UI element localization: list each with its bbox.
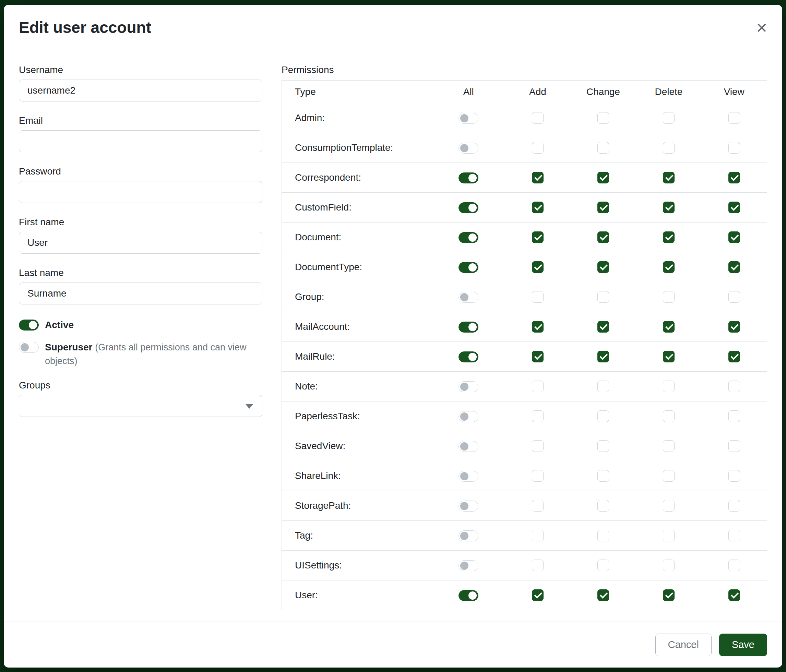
last-name-input[interactable] bbox=[19, 283, 263, 305]
permission-cell-delete bbox=[636, 402, 701, 431]
permission-add-checkbox[interactable] bbox=[532, 589, 544, 601]
permission-delete-checkbox[interactable] bbox=[663, 291, 674, 303]
permission-view-checkbox[interactable] bbox=[728, 202, 740, 213]
permission-delete-checkbox[interactable] bbox=[663, 530, 674, 542]
first-name-input[interactable] bbox=[19, 232, 263, 254]
cancel-button[interactable]: Cancel bbox=[656, 634, 712, 656]
permission-all-toggle[interactable] bbox=[459, 232, 478, 243]
permission-add-checkbox[interactable] bbox=[532, 321, 544, 333]
permission-change-checkbox[interactable] bbox=[597, 321, 609, 333]
permission-view-checkbox[interactable] bbox=[728, 291, 740, 303]
permission-view-checkbox[interactable] bbox=[728, 321, 740, 333]
permission-delete-checkbox[interactable] bbox=[663, 381, 674, 392]
permission-delete-checkbox[interactable] bbox=[663, 202, 674, 213]
permission-add-checkbox[interactable] bbox=[532, 261, 544, 273]
close-icon[interactable]: × bbox=[756, 18, 767, 37]
permission-view-checkbox[interactable] bbox=[728, 142, 740, 154]
permission-change-checkbox[interactable] bbox=[597, 261, 609, 273]
permission-delete-checkbox[interactable] bbox=[663, 559, 674, 571]
permission-all-toggle[interactable] bbox=[459, 262, 478, 273]
permission-add-checkbox[interactable] bbox=[532, 291, 544, 303]
permission-all-toggle[interactable] bbox=[459, 381, 478, 392]
permission-all-toggle[interactable] bbox=[459, 411, 478, 422]
permission-add-checkbox[interactable] bbox=[532, 470, 544, 482]
permission-view-checkbox[interactable] bbox=[728, 500, 740, 512]
permission-change-checkbox[interactable] bbox=[597, 351, 609, 363]
permission-all-toggle[interactable] bbox=[459, 202, 478, 213]
permission-all-toggle[interactable] bbox=[459, 292, 478, 303]
permission-delete-checkbox[interactable] bbox=[663, 321, 674, 333]
permission-change-checkbox[interactable] bbox=[597, 559, 609, 571]
groups-select[interactable] bbox=[19, 395, 263, 417]
permission-delete-checkbox[interactable] bbox=[663, 231, 674, 243]
permission-change-checkbox[interactable] bbox=[597, 142, 609, 154]
permission-view-checkbox[interactable] bbox=[728, 112, 740, 124]
permission-change-checkbox[interactable] bbox=[597, 440, 609, 452]
permission-change-checkbox[interactable] bbox=[597, 112, 609, 124]
permission-delete-checkbox[interactable] bbox=[663, 172, 674, 184]
permission-add-checkbox[interactable] bbox=[532, 142, 544, 154]
permission-change-checkbox[interactable] bbox=[597, 231, 609, 243]
permission-add-checkbox[interactable] bbox=[532, 530, 544, 542]
permission-delete-checkbox[interactable] bbox=[663, 440, 674, 452]
permission-change-checkbox[interactable] bbox=[597, 589, 609, 601]
permission-delete-checkbox[interactable] bbox=[663, 589, 674, 601]
permission-all-toggle[interactable] bbox=[459, 173, 478, 184]
permission-delete-checkbox[interactable] bbox=[663, 112, 674, 124]
permission-delete-checkbox[interactable] bbox=[663, 500, 674, 512]
superuser-toggle[interactable] bbox=[19, 342, 39, 353]
permission-change-checkbox[interactable] bbox=[597, 470, 609, 482]
permission-all-toggle[interactable] bbox=[459, 560, 478, 571]
username-input[interactable] bbox=[19, 80, 263, 102]
permission-change-checkbox[interactable] bbox=[597, 381, 609, 392]
permission-view-checkbox[interactable] bbox=[728, 470, 740, 482]
permission-view-checkbox[interactable] bbox=[728, 231, 740, 243]
permission-view-checkbox[interactable] bbox=[728, 589, 740, 601]
permission-change-checkbox[interactable] bbox=[597, 500, 609, 512]
email-input[interactable] bbox=[19, 130, 263, 152]
permission-add-checkbox[interactable] bbox=[532, 202, 544, 213]
permission-add-checkbox[interactable] bbox=[532, 351, 544, 363]
permission-view-checkbox[interactable] bbox=[728, 172, 740, 184]
permission-all-toggle[interactable] bbox=[459, 590, 478, 601]
permission-delete-checkbox[interactable] bbox=[663, 142, 674, 154]
permission-all-toggle[interactable] bbox=[459, 441, 478, 452]
permission-delete-checkbox[interactable] bbox=[663, 410, 674, 422]
permission-cell-all bbox=[432, 133, 505, 163]
permission-all-toggle[interactable] bbox=[459, 143, 478, 154]
permission-view-checkbox[interactable] bbox=[728, 261, 740, 273]
permission-view-checkbox[interactable] bbox=[728, 559, 740, 571]
permission-all-toggle[interactable] bbox=[459, 501, 478, 512]
permission-delete-checkbox[interactable] bbox=[663, 261, 674, 273]
permission-change-checkbox[interactable] bbox=[597, 172, 609, 184]
permission-add-checkbox[interactable] bbox=[532, 559, 544, 571]
permission-view-checkbox[interactable] bbox=[728, 351, 740, 363]
permission-type-label: MailRule: bbox=[282, 342, 432, 372]
permission-add-checkbox[interactable] bbox=[532, 381, 544, 392]
permission-view-checkbox[interactable] bbox=[728, 530, 740, 542]
permission-change-checkbox[interactable] bbox=[597, 530, 609, 542]
permission-change-checkbox[interactable] bbox=[597, 410, 609, 422]
permission-add-checkbox[interactable] bbox=[532, 231, 544, 243]
permission-add-checkbox[interactable] bbox=[532, 500, 544, 512]
permission-delete-checkbox[interactable] bbox=[663, 351, 674, 363]
permission-all-toggle[interactable] bbox=[459, 531, 478, 542]
permission-all-toggle[interactable] bbox=[459, 352, 478, 363]
active-toggle[interactable] bbox=[19, 320, 39, 331]
save-button[interactable]: Save bbox=[719, 634, 767, 656]
permission-view-checkbox[interactable] bbox=[728, 381, 740, 392]
permission-add-checkbox[interactable] bbox=[532, 410, 544, 422]
permission-add-checkbox[interactable] bbox=[532, 112, 544, 124]
permission-all-toggle[interactable] bbox=[459, 322, 478, 333]
permission-all-toggle[interactable] bbox=[459, 113, 478, 124]
permission-view-checkbox[interactable] bbox=[728, 410, 740, 422]
password-input[interactable] bbox=[19, 181, 263, 203]
permission-add-checkbox[interactable] bbox=[532, 172, 544, 184]
permission-all-toggle[interactable] bbox=[459, 471, 478, 482]
permission-add-checkbox[interactable] bbox=[532, 440, 544, 452]
permission-change-checkbox[interactable] bbox=[597, 202, 609, 213]
column-header-type: Type bbox=[282, 80, 432, 103]
permission-view-checkbox[interactable] bbox=[728, 440, 740, 452]
permission-change-checkbox[interactable] bbox=[597, 291, 609, 303]
permission-delete-checkbox[interactable] bbox=[663, 470, 674, 482]
